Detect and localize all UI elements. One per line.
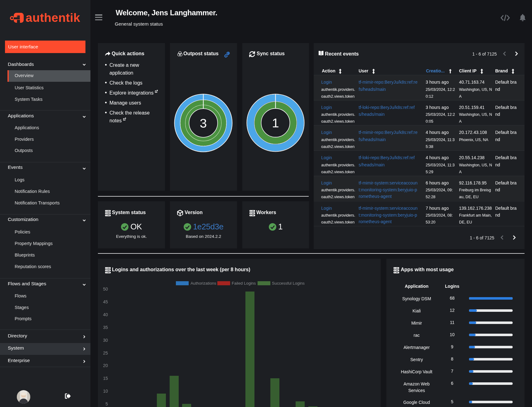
- svg-text:authentik: authentik: [26, 11, 80, 24]
- svg-text:1: 1: [272, 116, 279, 130]
- svg-text:3: 3: [200, 116, 207, 130]
